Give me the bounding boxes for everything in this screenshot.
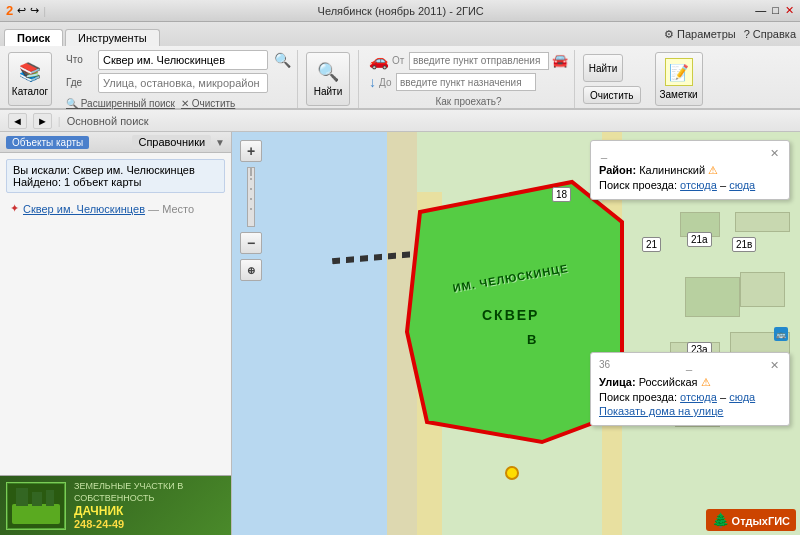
zoom-in-btn[interactable]: + [240,140,262,162]
to-label: До [379,77,393,88]
search-where-input[interactable] [98,73,268,93]
from-label: От [392,55,406,66]
ad-brand: ДАЧНИК [74,504,225,518]
maximize-btn[interactable]: □ [772,4,779,17]
route-from-link-1[interactable]: отсюда [680,179,717,191]
route-section: 🚗 От 🚘 ↓ До Как проехать? [358,50,575,108]
popup-id: 36 [599,359,610,372]
popup-close-btn-1[interactable]: ✕ [768,147,781,160]
search-icon: 🔍 [274,52,291,68]
redo-btn[interactable]: ↪ [30,4,39,17]
route-label-1: Поиск проезда: [599,179,677,191]
left-panel: Объекты карты Справочники ▼ Вы искали: С… [0,132,232,535]
svg-rect-3 [32,492,42,506]
dash-1: – [720,179,729,191]
popup-minimize-btn[interactable]: _ [599,147,609,160]
popup-close-btn-2[interactable]: ✕ [768,359,781,372]
map[interactable]: им. ЧЕЛЮСКИНЦЕ СКВЕР В 18 19 21 21а 21в … [232,132,800,535]
warning-icon-1: ⚠ [708,164,718,176]
ad-image [6,482,66,530]
route-actions: Найти Очистить [583,54,641,104]
result-name-link[interactable]: Сквер им. Челюскинцев [23,203,145,215]
search-result-header: Вы искали: Сквер им. Челюскинцев Найдено… [6,159,225,193]
svg-rect-2 [16,488,28,506]
titlebar-title: Челябинск (ноябрь 2011) - 2ГИС [318,5,484,17]
map-marker-yellow [505,466,519,480]
zoom-out-btn[interactable]: − [240,232,262,254]
how-to-get-label: Как проехать? [369,94,568,107]
route-to-input[interactable] [396,73,536,91]
catalog-button[interactable]: 📚 Каталог [8,52,52,106]
catalog-label: Каталог [12,86,48,97]
find-icon: 🔍 [317,61,339,83]
result-query: Вы искали: Сквер им. Челюскинцев [13,164,218,176]
popup-header-1: _ ✕ [599,147,781,160]
nav-fwd-btn[interactable]: ► [33,113,52,129]
svg-rect-4 [46,490,54,506]
tab-search[interactable]: Поиск [4,29,63,46]
help-btn[interactable]: ? Справка [744,28,796,40]
route-to-link-2[interactable]: сюда [729,391,755,403]
route-arrow-icon: ↓ [369,74,376,90]
map-scale-bar [247,167,255,227]
what-label: Что [66,54,94,65]
result-item[interactable]: ✦ Сквер им. Челюскинцев — Место [6,199,225,218]
route-to-link-1[interactable]: сюда [729,179,755,191]
otdyh-logo[interactable]: 🌲 ОтдыхГИС [706,509,796,531]
notes-icon: 📝 [665,58,693,86]
find-button[interactable]: 🔍 Найти [306,52,350,106]
params-btn[interactable]: ⚙ Параметры [664,28,736,41]
tab-tools[interactable]: Инструменты [65,29,160,46]
popup-minimize-btn-2[interactable]: _ [684,359,694,372]
zoom-extent-btn[interactable]: ⊕ [240,259,262,281]
notes-label: Заметки [659,89,697,100]
route-find-button[interactable]: Найти [583,54,623,82]
where-label: Где [66,77,94,88]
close-btn[interactable]: ✕ [785,4,794,17]
search-section: Что 🔍 Где 🔍 Расширенный поиск ✕ Очистить [60,50,298,108]
ad-banner[interactable]: ЗЕМЕЛЬНЫЕ УЧАСТКИ В СОБСТВЕННОСТЬ ДАЧНИК… [0,475,231,535]
route-find-label: Найти [589,63,618,74]
panel-header: Объекты карты Справочники ▼ [0,132,231,153]
minimize-btn[interactable]: — [755,4,766,17]
route-clear-button[interactable]: Очистить [583,86,641,104]
search-what-input[interactable] [98,50,268,70]
street-value: Российская [639,376,698,388]
undo-btn[interactable]: ↩ [17,4,26,17]
popup-header-2: 36 _ ✕ [599,359,781,372]
reference-tab[interactable]: Справочники [132,135,211,149]
titlebar-controls: — □ ✕ [755,4,794,17]
titlebar-left: 2 ↩ ↪ | [6,3,46,18]
clear-search-link[interactable]: ✕ Очистить [181,98,235,109]
badge-21: 21 [642,237,661,252]
svg-rect-1 [12,504,60,524]
route-from-input[interactable] [409,52,549,70]
show-homes-link[interactable]: Показать дома на улице [599,405,723,417]
district-value: Калининский [639,164,705,176]
route-clear-label: Очистить [590,90,634,101]
result-name: Сквер им. Челюскинцев — Место [23,203,194,215]
park-label-line3: В [527,332,536,347]
basic-search-label: Основной поиск [67,115,149,127]
panel-arrow-icon: ▼ [215,137,225,148]
popup-route-row-1: Поиск проезда: отсюда – сюда [599,179,781,191]
route-from-link-2[interactable]: отсюда [680,391,717,403]
badge-21v: 21в [732,237,756,252]
park-label-line2: СКВЕР [482,307,539,323]
ad-phone: 248-24-49 [74,518,225,530]
result-pin-icon: ✦ [10,202,19,215]
popup-district-row: Район: Калининский ⚠ [599,164,781,177]
panel-tabs: Объекты карты [6,136,89,149]
street-label: Улица: [599,376,636,388]
extended-search-link[interactable]: 🔍 Расширенный поиск [66,98,175,109]
warning-icon-2: ⚠ [701,376,711,388]
tab-map-objects[interactable]: Объекты карты [6,136,89,149]
notes-button[interactable]: 📝 Заметки [655,52,703,106]
nav-back-btn[interactable]: ◄ [8,113,27,129]
catalog-icon: 📚 [19,61,41,83]
otdyh-label: ОтдыхГИС [732,515,790,527]
divider: | [43,5,46,17]
district-label: Район: [599,164,636,176]
titlebar: 2 ↩ ↪ | Челябинск (ноябрь 2011) - 2ГИС —… [0,0,800,22]
result-count: Найдено: 1 объект карты [13,176,218,188]
